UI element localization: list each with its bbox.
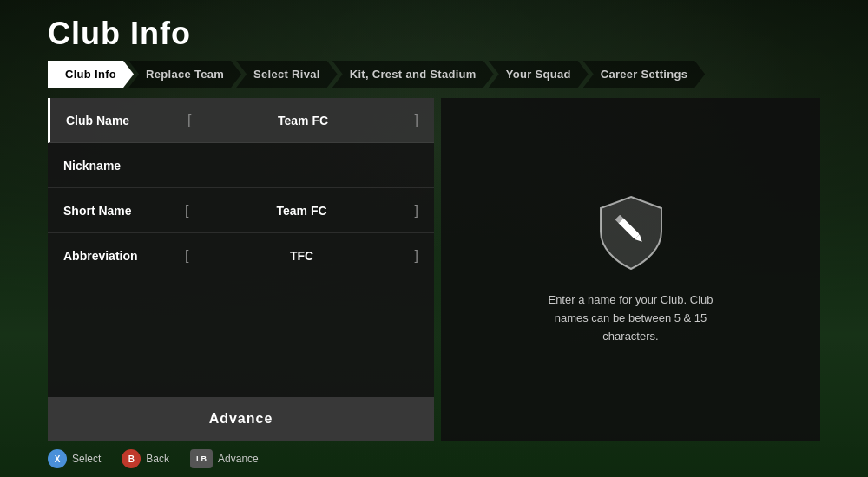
bottom-hint-select: XSelect (48, 449, 101, 468)
bottom-hint-back: BBack (122, 449, 169, 468)
bracket-left: [ (185, 248, 188, 264)
bracket-right: ] (415, 113, 418, 128)
bracket-left: [ (185, 203, 188, 219)
field-label: Short Name (63, 204, 185, 218)
tab-your-squad[interactable]: Your Squad (489, 61, 589, 88)
field-value: TFC (197, 249, 405, 263)
page-title: Club Info (0, 0, 868, 61)
field-label: Abbreviation (63, 249, 185, 263)
tab-select-rival[interactable]: Select Rival (236, 61, 338, 88)
main-area: Club Name[Team FC]NicknameShort Name[Tea… (0, 98, 868, 441)
field-row-club-name[interactable]: Club Name[Team FC] (48, 98, 434, 143)
bracket-left: [ (187, 113, 191, 128)
field-label: Club Name (66, 114, 187, 127)
shield-icon (592, 193, 670, 274)
tab-kit-crest-stadium[interactable]: Kit, Crest and Stadium (332, 61, 494, 88)
field-row-nickname[interactable]: Nickname (48, 143, 434, 188)
bracket-right: ] (415, 203, 418, 219)
left-panel: Club Name[Team FC]NicknameShort Name[Tea… (48, 98, 434, 441)
hint-label: Select (72, 453, 101, 465)
field-row-short-name[interactable]: Short Name[Team FC] (48, 188, 434, 233)
tab-club-info[interactable]: Club Info (48, 61, 134, 88)
field-value: Team FC (200, 114, 405, 127)
controller-button-x: X (48, 449, 67, 468)
bracket-right: ] (415, 248, 418, 264)
advance-button[interactable]: Advance (48, 397, 434, 441)
bottom-hint-advance: LBAdvance (190, 449, 259, 468)
tab-navigation: Club InfoReplace TeamSelect RivalKit, Cr… (0, 61, 868, 88)
field-value: Team FC (197, 204, 405, 218)
field-row-abbreviation[interactable]: Abbreviation[TFC] (48, 233, 434, 278)
right-panel: Enter a name for your Club. Club names c… (441, 98, 820, 441)
hint-label: Back (146, 453, 169, 465)
field-label: Nickname (63, 159, 185, 173)
hint-label: Advance (218, 453, 259, 465)
controller-button-lb: LB (190, 449, 213, 468)
help-text: Enter a name for your Club. Club names c… (536, 291, 727, 345)
tab-career-settings[interactable]: Career Settings (583, 61, 706, 88)
bottom-bar: XSelectBBackLBAdvance (0, 441, 868, 477)
controller-button-b: B (122, 449, 141, 468)
tab-replace-team[interactable]: Replace Team (128, 61, 241, 88)
